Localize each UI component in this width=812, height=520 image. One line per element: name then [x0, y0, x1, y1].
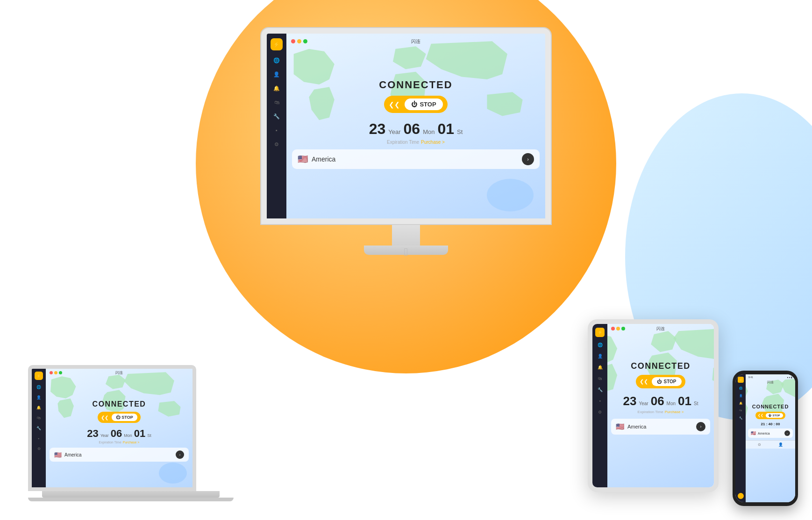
tablet-icon-bell[interactable]: 🔔 — [597, 364, 603, 371]
laptop-day-unit: St — [147, 433, 151, 438]
laptop-tl-red[interactable] — [50, 371, 53, 374]
tablet-tl-yellow[interactable] — [616, 327, 620, 330]
tablet-flag-icon: 🇺🇸 — [616, 422, 625, 431]
tablet-titlebar: 闪连 — [607, 324, 714, 333]
laptop-year-unit: Year — [100, 433, 109, 438]
tablet-icon-wrench[interactable]: 🔧 — [597, 386, 603, 393]
laptop-year-num: 23 — [87, 428, 98, 440]
tablet-time-display: 23 Year 06 Mon 01 St — [623, 394, 698, 408]
tablet-traffic-lights — [611, 327, 625, 330]
monitor-content: 闪连 CONNECTED ❮❮ ⏻ STOP 23 Yea — [286, 34, 545, 174]
monitor-expiry-row: Expiration Time Purchase > — [387, 140, 445, 145]
laptop-icon-bag[interactable]: 🛍 — [36, 415, 42, 421]
monitor-sidebar-icon-globe[interactable]: 🌐 — [272, 56, 281, 64]
laptop-location-row[interactable]: 🇺🇸 America › — [50, 448, 189, 462]
phone-location-row[interactable]: 🇺🇸 America › — [748, 429, 793, 438]
monitor-sidebar-icon-square[interactable]: ▪ — [272, 126, 281, 134]
monitor-stop-button[interactable]: ⏻ STOP — [405, 98, 442, 110]
phone-vpn-app: ⚡ 🌐 👤 🔔 🛍 🔧 — [735, 374, 795, 502]
monitor-power-icon: ⏻ — [411, 101, 417, 108]
monitor-expiry-label: Expiration Time — [387, 140, 419, 145]
tablet-stop-button[interactable]: ⏻ STOP — [652, 377, 681, 386]
tablet-icon-gear[interactable]: ⚙ — [597, 409, 603, 415]
tablet-icon-globe[interactable]: 🌐 — [597, 342, 603, 348]
monitor-tl-yellow[interactable] — [297, 39, 301, 43]
tablet-location-arrow[interactable]: › — [696, 422, 705, 431]
laptop-month-num: 06 — [111, 428, 122, 440]
laptop-tl-yellow[interactable] — [54, 371, 57, 374]
monitor-tl-red[interactable] — [291, 39, 295, 43]
laptop-icon-user[interactable]: 👤 — [36, 394, 42, 401]
tablet-location-row[interactable]: 🇺🇸 America › — [611, 419, 710, 435]
tablet-day-unit: St — [694, 401, 698, 406]
phone-icon-globe[interactable]: 🌐 — [738, 386, 743, 390]
tablet-purchase-link[interactable]: Purchase > — [665, 410, 684, 414]
monitor-sidebar-icon-user[interactable]: 👤 — [272, 70, 281, 78]
laptop-connect-button[interactable]: ❮❮ ⏻ STOP — [98, 412, 140, 423]
monitor-day-num: 01 — [437, 120, 454, 138]
phone-connect-button[interactable]: ❮❮ ⏻ STOP — [755, 412, 785, 419]
tablet-arrows-icon: ❮❮ — [638, 379, 649, 385]
tablet-connect-button[interactable]: ❮❮ ⏻ STOP — [636, 375, 685, 388]
laptop-location-arrow[interactable]: › — [176, 450, 184, 459]
monitor-screen: ⚡ 🌐 👤 🔔 🛍 🔧 ▪ ⚙ — [261, 28, 551, 224]
phone-bottom-icon-home[interactable]: ⊙ — [758, 443, 761, 447]
tablet-app-logo: ⚡ — [595, 328, 605, 337]
phone-icon-wrench[interactable]: 🔧 — [738, 415, 743, 420]
phone-icon-bell[interactable]: 🔔 — [738, 401, 743, 405]
tablet-tl-green[interactable] — [621, 327, 625, 330]
monitor-sidebar-icon-wrench[interactable]: 🔧 — [272, 112, 281, 120]
phone-flag-icon: 🇺🇸 — [751, 431, 756, 436]
phone-connected-status: CONNECTED — [752, 404, 789, 409]
tablet-icon-user[interactable]: 👤 — [597, 353, 603, 359]
laptop-icon-wrench[interactable]: 🔧 — [36, 425, 42, 431]
phone-app-name: 闪连 — [767, 380, 774, 385]
laptop-day-num: 01 — [134, 428, 145, 440]
tablet-icon-square[interactable]: ▪ — [597, 398, 603, 404]
tablet-tl-red[interactable] — [611, 327, 615, 330]
phone-bottom-bar: ⊙ 👤 — [746, 440, 795, 449]
phone-bottom-icon-user[interactable]: 👤 — [778, 443, 783, 447]
phone-arrows-icon: ❮❮ — [757, 414, 764, 417]
monitor-month-unit: Mon — [423, 128, 434, 135]
monitor-purchase-link[interactable]: Purchase > — [421, 140, 445, 145]
monitor-day-unit: St — [457, 128, 463, 135]
monitor-connected-status: CONNECTED — [379, 79, 452, 91]
phone-location-arrow[interactable]: › — [784, 430, 790, 436]
laptop-purchase-link[interactable]: Purchase > — [123, 441, 140, 444]
tablet-year-num: 23 — [623, 394, 637, 408]
monitor-apple-logo:  — [364, 246, 448, 259]
tablet-vpn-app: ⚡ 🌐 👤 🔔 🛍 🔧 ▪ ⚙ — [592, 324, 714, 487]
phone-titlebar: 闪连 — [746, 380, 795, 386]
laptop-time-display: 23 Year 06 Mon 01 St — [87, 428, 151, 440]
phone-stop-button[interactable]: ⏻ STOP — [766, 413, 783, 418]
laptop-power-icon: ⏻ — [116, 415, 120, 420]
laptop-tl-green[interactable] — [59, 371, 62, 374]
phone-stop-label: STOP — [772, 414, 780, 417]
monitor-sidebar-icon-bag[interactable]: 🛍 — [272, 98, 281, 106]
tablet-stop-label: STOP — [663, 379, 676, 384]
laptop-vpn-app: ⚡ 🌐 👤 🔔 🛍 🔧 ▪ ⚙ — [32, 369, 192, 487]
tablet-icon-bag[interactable]: 🛍 — [597, 375, 603, 382]
laptop-icon-square[interactable]: ▪ — [36, 435, 42, 442]
tablet-inner: ⚡ 🌐 👤 🔔 🛍 🔧 ▪ ⚙ — [592, 324, 714, 487]
monitor-sidebar-icon-gear[interactable]: ⚙ — [272, 140, 281, 148]
laptop-stop-button[interactable]: ⏻ STOP — [112, 414, 137, 421]
monitor-app-name: 闪连 — [411, 38, 420, 45]
tablet-sidebar: ⚡ 🌐 👤 🔔 🛍 🔧 ▪ ⚙ — [592, 324, 607, 487]
monitor-sidebar-icon-bell[interactable]: 🔔 — [272, 84, 281, 92]
phone-icon-user[interactable]: 👤 — [738, 393, 743, 398]
laptop-month-unit: Mon — [124, 433, 132, 438]
monitor-tl-green[interactable] — [303, 39, 307, 43]
phone-power-icon: ⏻ — [769, 414, 771, 417]
monitor-main-area: 闪连 CONNECTED ❮❮ ⏻ STOP 23 Yea — [286, 34, 545, 218]
phone-icon-bag[interactable]: 🛍 — [738, 408, 743, 413]
laptop-icon-bell[interactable]: 🔔 — [36, 404, 42, 411]
monitor-location-row[interactable]: 🇺🇸 America › — [292, 149, 540, 169]
laptop-icon-globe[interactable]: 🌐 — [36, 384, 42, 390]
tablet-main-area: 闪连 CONNECTED ❮❮ ⏻ STOP — [607, 324, 714, 487]
monitor-location-arrow[interactable]: › — [522, 153, 534, 165]
laptop-icon-gear[interactable]: ⚙ — [36, 445, 42, 452]
tablet-power-icon: ⏻ — [657, 379, 662, 384]
monitor-connect-button[interactable]: ❮❮ ⏻ STOP — [384, 96, 447, 113]
